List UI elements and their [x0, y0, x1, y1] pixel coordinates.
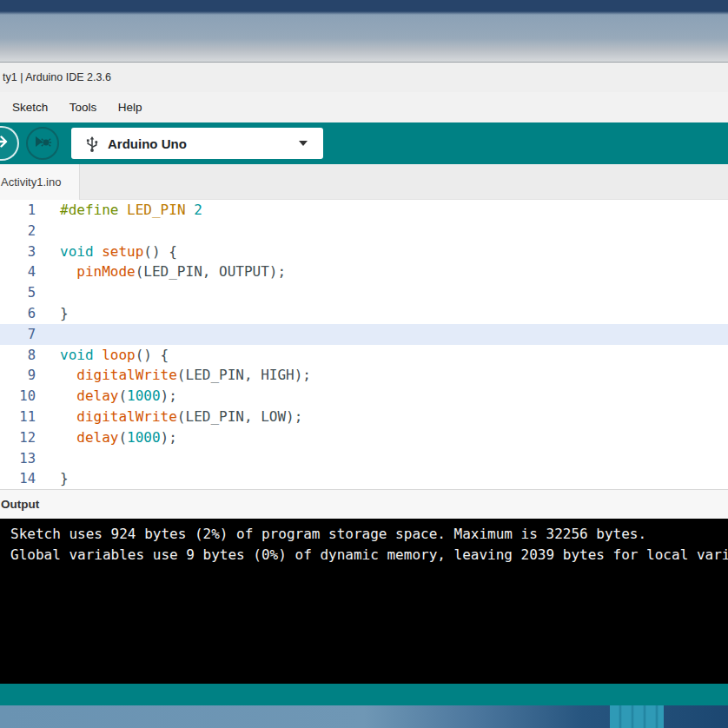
status-bar [0, 684, 728, 706]
desktop-background-bottom [0, 705, 728, 728]
upload-arrow-icon [0, 132, 11, 155]
code-line[interactable]: 5 [0, 282, 728, 303]
upload-button[interactable] [0, 126, 19, 161]
code-text: void setup() { [60, 242, 177, 262]
line-number: 5 [0, 283, 38, 304]
code-text: pinMode(LED_PIN, OUTPUT); [60, 261, 286, 282]
tab-bar: Activity1.ino [0, 164, 728, 200]
console-line: Global variables use 9 bytes (0%) of dyn… [10, 545, 728, 566]
window-title-bar[interactable]: ty1 | Arduino IDE 2.3.6 [0, 63, 728, 92]
debug-icon [33, 133, 52, 154]
code-editor[interactable]: 1#define LED_PIN 223void setup() {4 pinM… [0, 200, 728, 489]
line-number: 6 [0, 304, 38, 325]
code-line[interactable]: 12 delay(1000); [0, 427, 728, 448]
line-number: 7 [0, 325, 38, 346]
code-line[interactable]: 8void loop() { [0, 345, 728, 366]
line-number: 8 [0, 346, 38, 367]
tab-activity1[interactable]: Activity1.ino [0, 164, 80, 200]
line-number: 1 [0, 201, 38, 222]
line-number: 9 [0, 366, 38, 387]
toolbar: Arduino Uno [0, 122, 728, 164]
window-title: ty1 | Arduino IDE 2.3.6 [3, 63, 111, 92]
output-console[interactable]: Sketch uses 924 bytes (2%) of program st… [0, 519, 728, 684]
code-text: delay(1000); [60, 427, 177, 448]
tab-label: Activity1.ino [1, 175, 61, 189]
output-panel-header[interactable]: Output [0, 489, 728, 519]
code-text: delay(1000); [60, 386, 177, 407]
line-number: 14 [0, 469, 38, 489]
menu-tools[interactable]: Tools [66, 99, 101, 116]
code-line[interactable]: 11 digitalWrite(LED_PIN, LOW); [0, 407, 728, 427]
code-line[interactable]: 4 pinMode(LED_PIN, OUTPUT); [0, 261, 728, 282]
board-selector-dropdown[interactable]: Arduino Uno [71, 128, 323, 159]
line-number: 4 [0, 262, 38, 283]
code-line[interactable]: 7 [0, 324, 728, 345]
usb-icon [85, 135, 99, 153]
desktop-photo-detail [610, 705, 664, 728]
code-text: } [60, 303, 69, 324]
code-line[interactable]: 9 digitalWrite(LED_PIN, HIGH); [0, 365, 728, 386]
code-text: digitalWrite(LED_PIN, HIGH); [60, 365, 311, 386]
line-number: 2 [0, 222, 38, 242]
board-name: Arduino Uno [108, 136, 187, 151]
menu-bar: Sketch Tools Help [0, 92, 728, 122]
menu-sketch[interactable]: Sketch [9, 99, 51, 116]
screen: ty1 | Arduino IDE 2.3.6 Sketch Tools Hel… [0, 0, 728, 728]
code-line[interactable]: 6} [0, 303, 728, 324]
code-line[interactable]: 10 delay(1000); [0, 386, 728, 407]
line-number: 3 [0, 242, 38, 263]
menu-help[interactable]: Help [115, 99, 146, 116]
line-number: 11 [0, 407, 38, 428]
output-panel-label: Output [1, 490, 39, 519]
line-number: 10 [0, 387, 38, 407]
chevron-down-icon [299, 141, 308, 146]
debug-button[interactable] [26, 127, 59, 160]
line-number: 12 [0, 428, 38, 449]
desktop-background-top [0, 0, 728, 62]
arduino-ide-window: ty1 | Arduino IDE 2.3.6 Sketch Tools Hel… [0, 62, 728, 705]
code-text: } [60, 468, 69, 489]
console-line: Sketch uses 924 bytes (2%) of program st… [10, 524, 728, 545]
code-line[interactable]: 13 [0, 448, 728, 469]
line-number: 13 [0, 449, 38, 470]
code-text: void loop() { [60, 345, 169, 366]
code-line[interactable]: 3void setup() { [0, 242, 728, 262]
code-text: digitalWrite(LED_PIN, LOW); [60, 407, 302, 427]
code-line[interactable]: 14} [0, 468, 728, 489]
code-text: #define LED_PIN 2 [60, 200, 202, 221]
code-line[interactable]: 2 [0, 221, 728, 242]
code-line[interactable]: 1#define LED_PIN 2 [0, 200, 728, 221]
code-lines: 1#define LED_PIN 223void setup() {4 pinM… [0, 200, 728, 489]
